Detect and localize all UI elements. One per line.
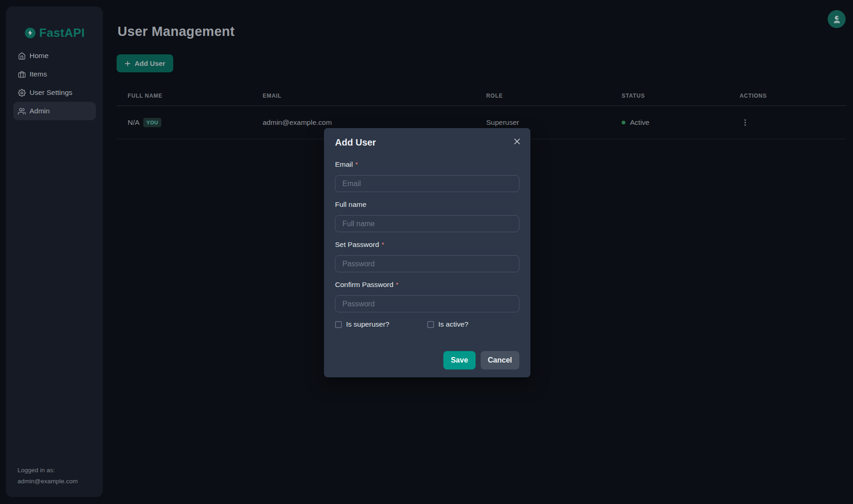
email-input[interactable]: [335, 175, 519, 192]
logged-in-email: admin@example.com: [18, 476, 78, 487]
logged-in-label: Logged in as:: [18, 465, 78, 476]
add-user-modal: Add User Email* Full name Set Password* …: [324, 128, 530, 377]
is-active-checkbox[interactable]: Is active?: [427, 320, 468, 328]
email-value: admin@example.com: [263, 118, 332, 127]
briefcase-icon: [18, 70, 26, 78]
sidebar-item-label: Home: [29, 52, 48, 60]
status-value: Active: [630, 118, 649, 127]
sidebar-item-user-settings[interactable]: User Settings: [13, 83, 96, 102]
cell-actions: [729, 117, 846, 128]
set-password-field-label: Set Password*: [335, 240, 519, 250]
set-password-input[interactable]: [335, 255, 519, 272]
email-field-label: Email*: [335, 160, 519, 170]
modal-checkbox-row: Is superuser? Is active?: [335, 320, 519, 329]
table-header-row: FULL NAME EMAIL ROLE STATUS ACTIONS: [117, 86, 846, 106]
sidebar-item-items[interactable]: Items: [13, 65, 96, 83]
set-password-field-group: Set Password*: [335, 240, 519, 272]
column-header-email: EMAIL: [252, 93, 475, 99]
sidebar-item-home[interactable]: Home: [13, 47, 96, 65]
required-marker: *: [355, 160, 358, 168]
page-title: User Management: [118, 24, 235, 39]
is-superuser-label: Is superuser?: [346, 320, 389, 328]
sidebar-item-admin[interactable]: Admin: [13, 102, 96, 120]
full-name-field-label: Full name: [335, 200, 519, 210]
column-header-status: STATUS: [611, 93, 729, 99]
brand-logo: FastAPI: [25, 26, 85, 40]
confirm-password-field-label: Confirm Password*: [335, 281, 519, 290]
cancel-button[interactable]: Cancel: [481, 351, 519, 369]
cell-role: Superuser: [475, 118, 611, 127]
checkbox-icon: [427, 321, 434, 328]
sidebar-item-label: Items: [29, 70, 47, 78]
user-avatar-icon: [832, 15, 841, 24]
logged-in-info: Logged in as: admin@example.com: [18, 465, 78, 487]
fastapi-logo-icon: [25, 28, 35, 38]
cell-full-name: N/A YOU: [117, 118, 252, 127]
column-header-actions: ACTIONS: [729, 93, 846, 99]
row-actions-button[interactable]: [740, 117, 751, 128]
add-user-button[interactable]: Add User: [117, 54, 173, 72]
email-field-group: Email*: [335, 160, 519, 192]
modal-header: Add User: [335, 137, 519, 148]
required-marker: *: [382, 240, 384, 248]
sidebar-nav: Home Items User Settings Admin: [13, 47, 96, 120]
role-value: Superuser: [486, 118, 519, 127]
you-badge: YOU: [143, 118, 161, 127]
modal-title: Add User: [335, 137, 376, 148]
is-superuser-checkbox[interactable]: Is superuser?: [335, 320, 427, 328]
full-name-value: N/A: [128, 118, 140, 127]
column-header-full-name: FULL NAME: [117, 93, 252, 99]
column-header-role: ROLE: [475, 93, 611, 99]
is-active-label: Is active?: [438, 320, 468, 328]
users-icon: [18, 107, 26, 115]
close-icon: [513, 137, 521, 146]
required-marker: *: [396, 281, 399, 288]
modal-button-row: Save Cancel: [335, 351, 519, 369]
home-icon: [18, 52, 26, 60]
save-button[interactable]: Save: [443, 351, 475, 369]
checkbox-icon: [335, 321, 342, 328]
sidebar-item-label: User Settings: [29, 88, 72, 97]
cell-status: Active: [611, 118, 729, 127]
full-name-field-group: Full name: [335, 200, 519, 232]
confirm-password-input[interactable]: [335, 295, 519, 312]
add-user-button-label: Add User: [135, 59, 165, 67]
active-status-dot: [622, 121, 625, 124]
brand-name: FastAPI: [39, 26, 85, 40]
user-menu-button[interactable]: [828, 10, 846, 28]
confirm-password-field-group: Confirm Password*: [335, 281, 519, 312]
kebab-menu-icon: [741, 119, 749, 126]
plus-icon: [124, 60, 131, 67]
full-name-input[interactable]: [335, 215, 519, 232]
sidebar: FastAPI Home Items User Settings Admin L…: [6, 6, 103, 497]
gear-icon: [18, 89, 26, 97]
modal-close-button[interactable]: [512, 136, 522, 147]
cell-email: admin@example.com: [252, 118, 475, 127]
sidebar-item-label: Admin: [29, 107, 50, 115]
